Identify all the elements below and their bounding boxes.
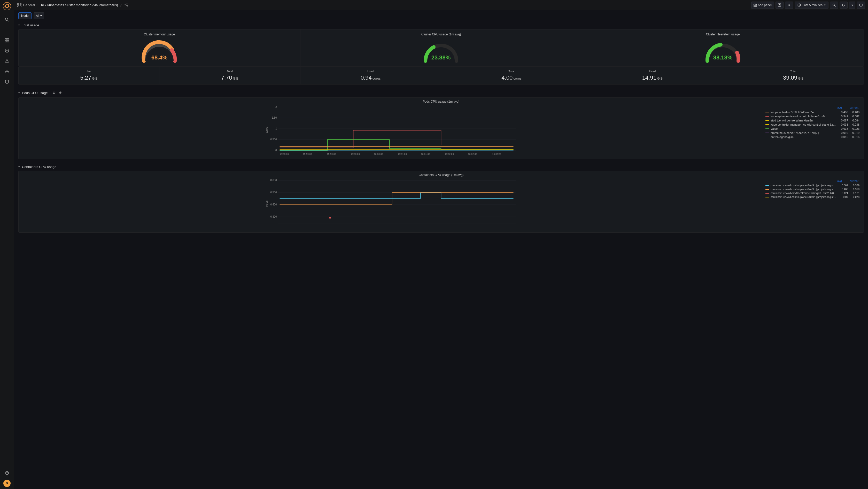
memory-total-value: 7.70 GiB (221, 74, 239, 81)
node-filter-button[interactable]: Node (18, 12, 32, 19)
svg-rect-32 (753, 5, 755, 7)
svg-text:16:01:00: 16:01:00 (398, 153, 407, 155)
user-avatar[interactable]: G (3, 480, 10, 487)
legend-item-current: 0.400 (850, 111, 860, 114)
legend-item-avg: 0.400 (838, 111, 848, 114)
sidebar-explore[interactable] (2, 46, 11, 55)
memory-used-label: Used (86, 70, 92, 73)
legend-item-avg: 0.342 (838, 115, 848, 118)
svg-rect-36 (779, 5, 780, 6)
svg-text:cores: cores (265, 127, 268, 133)
legend-item[interactable]: container: tce-wld-md-0-5b9c5b6c9d-bhqw8… (766, 191, 860, 195)
svg-text:68.4%: 68.4% (151, 54, 167, 61)
sidebar-help[interactable]: ? (2, 468, 11, 478)
svg-text:?: ? (6, 472, 8, 475)
legend-item[interactable]: antrea-agent-lgjs4 0.016 0.016 (766, 135, 860, 139)
legend-item-avg: 0.038 (838, 123, 848, 126)
memory-total-card: Total 7.70 GiB (159, 67, 300, 84)
legend-item-name: container: tce-wld-control-plane-6zm9n |… (771, 188, 837, 191)
zoom-out-button[interactable] (830, 2, 838, 9)
all-filter-select[interactable]: All ▾ (34, 12, 44, 19)
svg-text:15:59:00: 15:59:00 (303, 153, 312, 155)
sidebar-dashboards[interactable] (2, 36, 11, 45)
favorite-icon[interactable]: ☆ (120, 3, 123, 7)
svg-text:16:02:00: 16:02:00 (445, 153, 454, 155)
fs-total-label: Total (790, 70, 796, 73)
pods-cpu-legend: avg current kapp-controller-7758df77d8-m… (764, 104, 862, 157)
tv-mode-button[interactable] (857, 2, 865, 9)
legend-item-avg: 0.369 (838, 184, 848, 187)
memory-used-card: Used 5.27 GiB (19, 67, 159, 84)
legend-item[interactable]: container: tce-wld-control-plane-6zm9n |… (766, 184, 860, 187)
legend-item-avg: 0.016 (838, 135, 848, 139)
svg-line-40 (799, 5, 800, 6)
containers-cpu-chart-body: 0.600 0.500 0.400 0.300 cores (19, 178, 864, 230)
current-label[interactable]: current (850, 106, 859, 109)
memory-gauge-card: Cluster memory usage 68.4% (19, 29, 300, 66)
time-range-picker[interactable]: Last 5 minutes ▾ (795, 2, 829, 9)
pods-cpu-svg: 2 1.50 1 0.500 0 cores 15:58:30 15:59:00… (21, 104, 764, 156)
cpu-gauge: 23.38% (420, 38, 462, 63)
legend-item-avg: 0.019 (838, 131, 848, 134)
svg-text:15:58:30: 15:58:30 (280, 153, 289, 155)
legend-item[interactable]: etcd-tce-wld-control-plane-6zm9n 0.087 0… (766, 118, 860, 123)
svg-text:16:01:30: 16:01:30 (421, 153, 430, 155)
svg-text:1.50: 1.50 (272, 116, 277, 119)
time-range-label: Last 5 minutes (802, 3, 823, 7)
memory-gauge-label: Cluster memory usage (144, 33, 175, 36)
sidebar-settings[interactable] (2, 67, 11, 76)
legend-item[interactable]: container: tce-wld-control-plane-6zm9n |… (766, 195, 860, 199)
sidebar-alerting[interactable] (2, 56, 11, 66)
legend-item-avg: 0.087 (838, 119, 848, 122)
avg-label: avg (837, 106, 842, 109)
refresh-dropdown-button[interactable]: ▾ (849, 2, 855, 9)
refresh-button[interactable] (840, 2, 847, 9)
panel-delete-icon[interactable]: 🗑 (58, 90, 63, 95)
legend-item-name: container: tce-wld-control-plane-6zm9n |… (771, 196, 837, 198)
svg-rect-10 (5, 38, 7, 40)
svg-rect-44 (860, 4, 862, 6)
containers-legend-header: avg current (766, 179, 860, 184)
panel-settings-icon[interactable]: ⚙ (52, 90, 56, 95)
grafana-logo[interactable] (3, 2, 11, 10)
cpu-total-label: Total (509, 70, 515, 73)
share-icon[interactable] (125, 3, 128, 7)
cpu-used-value: 0.94 cores (361, 74, 381, 81)
fs-used-value: 14.91 GiB (642, 74, 663, 81)
svg-line-7 (8, 21, 9, 22)
sidebar-shield[interactable] (2, 77, 11, 86)
pods-cpu-actions: ⚙ 🗑 (52, 90, 63, 95)
legend-item[interactable]: prometheus-server-75bc74c7c7-qwj2g 0.019… (766, 131, 860, 135)
legend-item[interactable]: kube-controller-manager-tce-wld-control-… (766, 123, 860, 127)
svg-line-29 (126, 5, 127, 6)
legend-item[interactable]: Value 0.618 0.023 (766, 127, 860, 131)
legend-item[interactable]: kapp-controller-7758df77d8-mb7xc 0.400 0… (766, 110, 860, 114)
legend-item-name: container: tce-wld-md-0-5b9c5b6c9d-bhqw8… (771, 192, 837, 194)
legend-item[interactable]: container: tce-wld-control-plane-6zm9n |… (766, 187, 860, 191)
settings-button[interactable] (785, 2, 793, 9)
containers-cpu-section-header: ▾ Containers CPU usage (18, 163, 864, 171)
add-panel-button[interactable]: Add panel (751, 2, 774, 9)
svg-text:16:02:30: 16:02:30 (468, 153, 477, 155)
save-button[interactable] (776, 2, 783, 9)
svg-rect-30 (753, 4, 755, 5)
all-filter-label: All (36, 14, 39, 18)
fs-used-card: Used 14.91 GiB (582, 67, 722, 84)
sidebar-add[interactable] (2, 25, 11, 35)
breadcrumb-separator: / (36, 3, 37, 7)
svg-text:0.500: 0.500 (270, 191, 277, 194)
current-label[interactable]: current (850, 179, 859, 182)
legend-item-current: 0.121 (850, 192, 860, 194)
legend-item[interactable]: kube-apiserver-tce-wld-control-plane-6zm… (766, 114, 860, 118)
filesystem-gauge-card: Cluster filesystem usage 38.13% (582, 29, 864, 66)
svg-line-42 (835, 6, 836, 7)
svg-rect-13 (7, 40, 9, 42)
total-usage-section-header[interactable]: ▾ Total usage (18, 22, 864, 29)
legend-item-avg: 0.07 (838, 196, 848, 198)
breadcrumb-parent[interactable]: General (23, 3, 35, 7)
legend-item-name: kapp-controller-7758df77d8-mb7xc (771, 111, 837, 114)
pods-legend-items: kapp-controller-7758df77d8-mb7xc 0.400 0… (766, 110, 860, 139)
main-content: General / TKG Kubernetes cluster monitor… (14, 0, 868, 489)
containers-legend-items: container: tce-wld-control-plane-6zm9n |… (766, 184, 860, 199)
sidebar-search[interactable] (2, 15, 11, 24)
